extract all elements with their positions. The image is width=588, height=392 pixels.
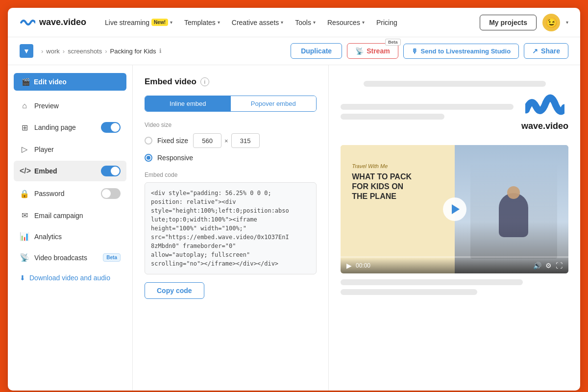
volume-icon[interactable]: 🔊 xyxy=(533,262,541,270)
nav-item-pricing[interactable]: Pricing xyxy=(371,16,402,29)
broadcasts-icon: 📡 xyxy=(20,253,29,262)
stream-radio-icon: 📡 xyxy=(355,47,364,55)
main-nav: Live streaming New! ▾ Templates ▾ Creati… xyxy=(100,16,476,29)
analytics-icon: 📊 xyxy=(20,232,29,241)
new-badge: New! xyxy=(151,19,168,26)
sidebar-item-landing-page[interactable]: ⊞ Landing page xyxy=(14,117,126,138)
video-broadcasts-beta-badge: Beta xyxy=(103,253,121,262)
avatar-chevron-icon[interactable]: ▾ xyxy=(566,20,568,25)
logo[interactable]: wave.video xyxy=(20,17,86,28)
width-input[interactable] xyxy=(193,133,221,148)
preview-bottom-skeletons xyxy=(341,279,568,295)
edit-video-button[interactable]: 🎬 Edit video xyxy=(14,73,126,91)
sidebar-item-preview[interactable]: ⌂ Preview xyxy=(14,97,126,115)
breadcrumb-home-button[interactable]: ▼ xyxy=(20,44,33,58)
play-button[interactable] xyxy=(443,197,466,221)
breadcrumb-current: Packing for Kids xyxy=(110,48,156,55)
sidebar-item-video-broadcasts[interactable]: 📡 Video broadcasts Beta xyxy=(14,248,126,267)
video-controls: ▶ 00:00 🔊 ⚙ ⛶ xyxy=(341,258,568,273)
fullscreen-icon[interactable]: ⛶ xyxy=(556,262,563,270)
play-pause-icon[interactable]: ▶ xyxy=(346,262,352,270)
timestamp: 00:00 xyxy=(356,262,370,269)
sidebar-item-video-broadcasts-left: 📡 Video broadcasts xyxy=(20,253,87,262)
breadcrumb-screenshots[interactable]: screenshots xyxy=(68,48,102,55)
wave-logo-wordmark: wave.video xyxy=(521,121,568,131)
sidebar-item-email-left: ✉ Email campaign xyxy=(20,211,83,220)
nav-item-resources[interactable]: Resources ▾ xyxy=(322,16,369,29)
sidebar-item-preview-left: ⌂ Preview xyxy=(20,101,59,110)
share-icon: ↗ xyxy=(532,47,538,55)
my-projects-button[interactable]: My projects xyxy=(480,15,537,30)
breadcrumb-work[interactable]: work xyxy=(46,48,59,55)
info-icon[interactable]: i xyxy=(200,77,209,86)
sidebar-analytics-label: Analytics xyxy=(34,233,62,241)
livestudio-label: Send to Livestreaming Studio xyxy=(421,48,511,55)
video-preview-container: Travel With Me WHAT TO PACK FOR KIDS ON … xyxy=(341,145,568,273)
nav-label-creative-assets: Creative assets xyxy=(232,19,279,26)
height-input[interactable] xyxy=(231,133,260,148)
sidebar-item-embed[interactable]: </> Embed xyxy=(14,161,126,181)
landing-page-toggle[interactable] xyxy=(101,122,121,133)
breadcrumb-sep: › xyxy=(105,48,107,55)
stream-label: Stream xyxy=(367,47,390,55)
preview-logo-area: wave.video xyxy=(341,77,568,139)
video-preview-inner: Travel With Me WHAT TO PACK FOR KIDS ON … xyxy=(341,145,568,273)
embed-toggle[interactable] xyxy=(101,166,121,176)
settings-icon[interactable]: ⚙ xyxy=(545,262,552,270)
download-icon: ⬇ xyxy=(20,274,25,282)
landing-page-icon: ⊞ xyxy=(20,123,29,132)
sidebar-item-analytics-left: 📊 Analytics xyxy=(20,232,62,241)
avatar[interactable]: 😉 xyxy=(542,14,560,31)
video-size-label: Video size xyxy=(145,122,317,128)
sidebar-item-player[interactable]: ▷ Player xyxy=(14,140,126,159)
video-size-options: Fixed size × Responsive xyxy=(145,133,317,162)
copy-code-button[interactable]: Copy code xyxy=(145,282,204,299)
sidebar-item-email-campaign[interactable]: ✉ Email campaign xyxy=(14,206,126,225)
sidebar-player-label: Player xyxy=(34,146,54,153)
share-label: Share xyxy=(541,47,560,55)
video-title-line2: FOR KIDS ON xyxy=(352,182,412,192)
nav-item-livestreaming[interactable]: Live streaming New! ▾ xyxy=(100,16,177,29)
fixed-size-radio[interactable] xyxy=(145,137,152,145)
nav-label-pricing: Pricing xyxy=(376,19,397,26)
size-option-fixed[interactable]: Fixed size × xyxy=(145,133,317,148)
chevron-down-icon: ▾ xyxy=(218,20,220,25)
app-frame: wave.video Live streaming New! ▾ Templat… xyxy=(8,8,580,391)
lock-icon: 🔒 xyxy=(20,189,29,198)
video-title-line3: THE PLANE xyxy=(352,192,412,201)
size-option-responsive[interactable]: Responsive xyxy=(145,154,317,162)
preview-panel: wave.video Travel With Me WHAT TO PACK xyxy=(329,65,580,391)
download-link[interactable]: ⬇ Download video and audio xyxy=(14,269,126,287)
edit-video-icon: 🎬 xyxy=(22,78,30,86)
tab-popover-embed[interactable]: Popover embed xyxy=(231,96,317,111)
send-to-livestudio-button[interactable]: 🎙 Send to Livestreaming Studio xyxy=(403,44,519,59)
nav-item-tools[interactable]: Tools ▾ xyxy=(290,16,320,29)
duplicate-button[interactable]: Duplicate xyxy=(291,43,342,59)
sidebar-item-embed-left: </> Embed xyxy=(20,167,57,175)
panel-title: Embed video i xyxy=(145,77,317,87)
sidebar-item-password-left: 🔒 Password xyxy=(20,189,64,198)
share-button[interactable]: ↗ Share xyxy=(524,43,568,59)
sidebar-item-video-broadcasts-right: Beta xyxy=(103,253,121,262)
tab-inline-embed[interactable]: Inline embed xyxy=(145,96,231,111)
video-subtitle-text: Travel With Me xyxy=(352,163,412,169)
sidebar-item-analytics[interactable]: 📊 Analytics xyxy=(14,227,126,246)
stream-button[interactable]: 📡 Stream Beta xyxy=(347,43,398,59)
responsive-radio[interactable] xyxy=(145,154,152,162)
skeleton-bar-1 xyxy=(364,81,546,87)
embed-code-box[interactable]: <div style="padding: 56.25% 0 0 0; posit… xyxy=(145,182,317,274)
info-icon[interactable]: ℹ xyxy=(159,48,162,54)
chevron-down-icon: ▾ xyxy=(281,20,283,25)
nav-item-templates[interactable]: Templates ▾ xyxy=(179,16,225,29)
main-content: 🎬 Edit video ⌂ Preview ⊞ Landing page ▷ xyxy=(8,65,580,391)
breadcrumb-bar: ▼ › work › screenshots › Packing for Kid… xyxy=(8,37,580,65)
nav-item-creative-assets[interactable]: Creative assets ▾ xyxy=(227,16,288,29)
embed-panel: Embed video i Inline embed Popover embed… xyxy=(133,65,329,391)
sidebar-item-password[interactable]: 🔒 Password xyxy=(14,183,126,204)
livestudio-icon: 🎙 xyxy=(412,48,418,55)
breadcrumb-sep: › xyxy=(63,48,65,55)
sidebar-item-player-left: ▷ Player xyxy=(20,145,54,154)
nav-right: My projects 😉 ▾ xyxy=(480,14,568,31)
action-buttons: Duplicate 📡 Stream Beta 🎙 Send to Livest… xyxy=(291,43,568,59)
password-toggle[interactable] xyxy=(101,188,121,199)
